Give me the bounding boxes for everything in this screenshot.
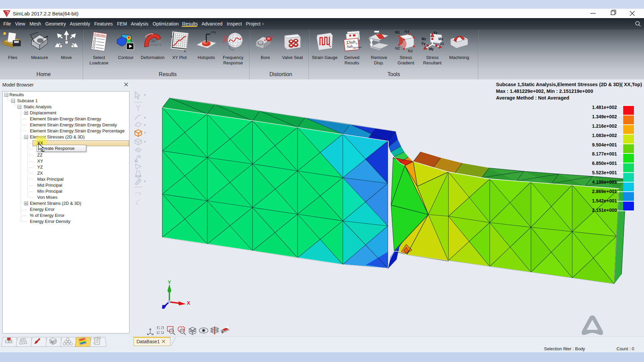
svg-text:Mz: Mz	[422, 37, 426, 41]
svg-text:n: n	[356, 42, 357, 45]
svg-text:Y: Y	[168, 279, 171, 285]
svg-text:My: My	[429, 47, 434, 51]
svg-text:X: X	[184, 49, 186, 53]
svg-text:Fy: Fy	[422, 42, 426, 46]
svg-text:2x: 2x	[151, 39, 156, 43]
svg-text:Min/Max: Min/Max	[353, 46, 362, 49]
svg-text:Fx: Fx	[440, 42, 444, 46]
svg-text:Fz: Fz	[434, 31, 437, 35]
svg-text:X: X	[187, 300, 190, 306]
svg-text:4x: 4x	[157, 39, 161, 43]
svg-text:r=n: r=n	[211, 31, 216, 34]
svg-text:N3: N3	[408, 49, 413, 53]
svg-text:Sub: Sub	[346, 44, 353, 49]
svg-text:Mx: Mx	[438, 37, 443, 41]
svg-text:N2: N2	[395, 46, 400, 50]
svg-text:N1: N1	[395, 30, 400, 34]
svg-text:N4: N4	[405, 30, 409, 34]
